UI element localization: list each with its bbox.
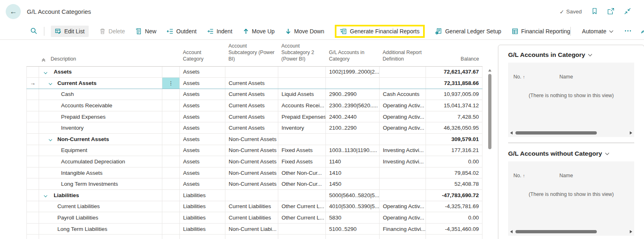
- row-menu-cell[interactable]: ⋮: [162, 78, 180, 89]
- cell-account-subcategory[interactable]: [225, 235, 278, 239]
- cell-description[interactable]: Long Term Investments: [39, 178, 162, 190]
- table-row[interactable]: Current LiabilitiesLiabilitiesCurrent Li…: [27, 201, 482, 212]
- search-button[interactable]: [30, 27, 37, 36]
- cell-balance[interactable]: 0.00: [426, 212, 482, 224]
- row-indicator-cell[interactable]: [27, 167, 39, 178]
- cell-account-category[interactable]: Assets: [180, 122, 225, 134]
- cell-account-subcategory-2[interactable]: Fixed Assets: [278, 145, 326, 156]
- cell-additional-report-definition[interactable]: [380, 78, 426, 89]
- cell-additional-report-definition[interactable]: Operating Activ...: [380, 201, 426, 212]
- cell-gl-accounts-in-category[interactable]: 2100..2290: [326, 122, 380, 134]
- row-indicator-cell[interactable]: [27, 100, 39, 111]
- cell-additional-report-definition[interactable]: Financing Activi...: [380, 223, 426, 235]
- cell-additional-report-definition[interactable]: [380, 134, 426, 145]
- cell-gl-accounts-in-category[interactable]: 2400..2440: [326, 111, 380, 122]
- bookmark-button[interactable]: [592, 8, 598, 16]
- table-row[interactable]: InventoryAssetsCurrent AssetsInventory21…: [27, 122, 482, 134]
- indent-button[interactable]: Indent: [207, 28, 232, 35]
- column-header-gl-accounts-in-category[interactable]: G/L Accounts in Category: [326, 39, 380, 66]
- cell-description[interactable]: Cash: [39, 89, 162, 100]
- cell-account-category[interactable]: Assets: [180, 156, 225, 167]
- cell-description[interactable]: Payroll Liabilities: [39, 212, 162, 224]
- cell-gl-accounts-in-category[interactable]: 1003..1130|1190.....: [326, 145, 380, 156]
- more-options-button[interactable]: [624, 28, 632, 35]
- cell-gl-accounts-in-category[interactable]: [326, 235, 380, 239]
- cell-gl-accounts-in-category[interactable]: 4010|5300..5390|5...: [326, 201, 380, 212]
- cell-account-subcategory-2[interactable]: [278, 78, 326, 89]
- horizontal-scrollbar-thumb[interactable]: [515, 230, 597, 233]
- cell-balance[interactable]: 177,316.21: [426, 145, 482, 156]
- row-indicator-cell[interactable]: [27, 111, 39, 122]
- table-row[interactable]: Non-Current AssetsAssetsNon-Current Asse…: [27, 134, 482, 145]
- horizontal-scrollbar[interactable]: [510, 230, 632, 234]
- cell-balance[interactable]: [426, 235, 482, 239]
- cell-gl-accounts-in-category[interactable]: 5000|5640..5820|5...: [326, 190, 380, 201]
- cell-account-subcategory-2[interactable]: Fixed Assets: [278, 156, 326, 167]
- cell-additional-report-definition[interactable]: [380, 190, 426, 201]
- cell-account-category[interactable]: Assets: [180, 178, 225, 190]
- row-indicator-cell[interactable]: [27, 122, 39, 134]
- cell-gl-accounts-in-category[interactable]: 1410: [326, 167, 380, 178]
- cell-gl-accounts-in-category[interactable]: 5100..5290: [326, 223, 380, 235]
- row-indicator-cell[interactable]: →: [27, 78, 39, 89]
- new-button[interactable]: New: [135, 28, 156, 35]
- cell-balance[interactable]: -47,783,690.72: [426, 190, 482, 201]
- cell-additional-report-definition[interactable]: Operating Activ...: [380, 111, 426, 122]
- move-down-button[interactable]: Move Down: [285, 28, 324, 35]
- generate-financial-reports-button[interactable]: Generate Financial Reports: [335, 25, 425, 38]
- table-row[interactable]: LiabilitiesLiabilities5000|5640..5820|5.…: [27, 190, 482, 201]
- cell-balance[interactable]: 52,408.78: [426, 178, 482, 190]
- cell-additional-report-definition[interactable]: [380, 66, 426, 78]
- row-indicator-cell[interactable]: [27, 201, 39, 212]
- cell-description[interactable]: Assets: [39, 66, 162, 78]
- cell-description[interactable]: Current Assets: [39, 78, 162, 89]
- table-row[interactable]: →Current Assets⋮AssetsCurrent Assets72,3…: [27, 78, 482, 89]
- side-panel-heading[interactable]: G/L Accounts in Category: [508, 51, 634, 59]
- cell-balance[interactable]: 10,937,005.09: [426, 89, 482, 100]
- cell-additional-report-definition[interactable]: [380, 167, 426, 178]
- cell-account-category[interactable]: Assets: [180, 134, 225, 145]
- cell-account-category[interactable]: Assets: [180, 89, 225, 100]
- cell-description[interactable]: Liabilities: [39, 190, 162, 201]
- cell-description[interactable]: Accumulated Depreciation: [39, 156, 162, 167]
- cell-description[interactable]: Equipment: [39, 145, 162, 156]
- column-header-additional-report-definition[interactable]: Additional Report Definition: [380, 39, 426, 66]
- column-header-description[interactable]: Description: [39, 39, 162, 66]
- cell-additional-report-definition[interactable]: Operating Activ...: [380, 100, 426, 111]
- cell-account-category[interactable]: [180, 235, 225, 239]
- column-header-no[interactable]: No. ↑: [513, 173, 525, 178]
- cell-account-subcategory[interactable]: Current Assets: [225, 78, 278, 89]
- row-indicator-cell[interactable]: [27, 145, 39, 156]
- cell-account-subcategory-2[interactable]: Accounts Recei...: [278, 100, 326, 111]
- cell-additional-report-definition[interactable]: Operating Activ...: [380, 122, 426, 134]
- cell-account-subcategory-2[interactable]: Other Non-Cur...: [278, 178, 326, 190]
- back-button[interactable]: ←: [6, 4, 21, 19]
- cell-balance[interactable]: 15,041,374.12: [426, 100, 482, 111]
- cell-account-subcategory-2[interactable]: [278, 66, 326, 78]
- cell-gl-accounts-in-category[interactable]: 2300..2390|5620.....: [326, 100, 380, 111]
- cell-account-subcategory[interactable]: Non-Current Assets: [225, 156, 278, 167]
- row-indicator-cell[interactable]: [27, 235, 39, 239]
- cell-account-subcategory-2[interactable]: Liquid Assets: [278, 89, 326, 100]
- cell-balance[interactable]: 72,311,858.66: [426, 78, 482, 89]
- cell-gl-accounts-in-category[interactable]: [326, 78, 380, 89]
- table-row[interactable]: Payroll LiabilitiesLiabilitiesCurrent Li…: [27, 212, 482, 224]
- cell-gl-accounts-in-category[interactable]: 1450: [326, 178, 380, 190]
- collapse-all-icon[interactable]: [42, 59, 45, 63]
- cell-account-subcategory-2[interactable]: [278, 190, 326, 201]
- cell-account-subcategory-2[interactable]: [278, 223, 326, 235]
- cell-account-category[interactable]: Assets: [180, 167, 225, 178]
- column-header-name[interactable]: Name: [559, 74, 573, 80]
- cell-additional-report-definition[interactable]: Cash Accounts: [380, 89, 426, 100]
- table-row[interactable]: Accounts ReceivableAssetsCurrent AssetsA…: [27, 100, 482, 111]
- cell-balance[interactable]: 7,428.50: [426, 111, 482, 122]
- collapse-page-button[interactable]: [624, 8, 631, 16]
- cell-account-category[interactable]: Liabilities: [180, 223, 225, 235]
- cell-account-subcategory[interactable]: Current Assets: [225, 100, 278, 111]
- cell-account-subcategory-2[interactable]: Other Current L...: [278, 201, 326, 212]
- cell-balance[interactable]: 0.00: [426, 156, 482, 167]
- cell-account-subcategory[interactable]: Current Liabilities: [225, 201, 278, 212]
- cell-gl-accounts-in-category[interactable]: 1140: [326, 156, 380, 167]
- table-row[interactable]: Intangible AssetsAssetsNon-Current Asset…: [27, 167, 482, 178]
- edit-list-button[interactable]: Edit List: [51, 26, 89, 37]
